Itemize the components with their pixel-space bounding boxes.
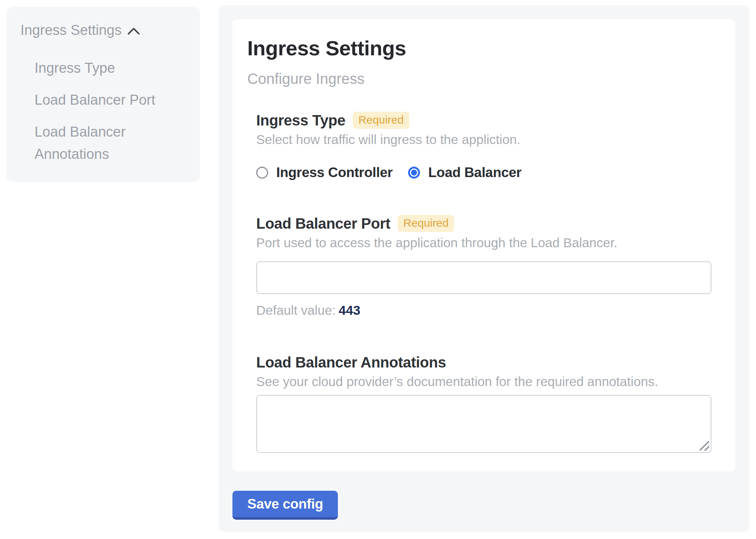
ingress-type-radio-group: Ingress Controller Load Balancer <box>256 165 711 180</box>
save-config-button[interactable]: Save config <box>232 491 338 520</box>
section-title: Load Balancer Port <box>256 215 390 232</box>
radio-option-load-balancer[interactable]: Load Balancer <box>408 165 521 180</box>
chevron-up-icon <box>127 27 140 35</box>
sidebar-item-load-balancer-annotations[interactable]: Load Balancer Annotations <box>35 121 185 165</box>
page-subtitle: Configure Ingress <box>247 70 711 88</box>
sidebar-item-load-balancer-port[interactable]: Load Balancer Port <box>35 89 185 111</box>
sidebar-item-ingress-settings[interactable]: Ingress Settings <box>20 22 185 38</box>
section-title: Ingress Type <box>256 111 345 129</box>
sidebar-sub-items: Ingress Type Load Balancer Port Load Bal… <box>20 57 185 165</box>
default-value-label: Default value: <box>256 303 336 317</box>
settings-sidebar: Ingress Settings Ingress Type Load Balan… <box>7 7 200 182</box>
section-description: See your cloud provider’s documentation … <box>256 373 711 390</box>
radio-selected-icon[interactable] <box>408 167 420 179</box>
settings-panel: Ingress Settings Configure Ingress Ingre… <box>218 5 749 532</box>
section-title: Load Balancer Annotations <box>256 353 446 371</box>
section-load-balancer-annotations: Load Balancer Annotations See your cloud… <box>256 353 711 453</box>
default-value-line: Default value:443 <box>256 302 711 318</box>
section-description: Select how traffic will ingress to the a… <box>256 131 711 148</box>
section-description: Port used to access the application thro… <box>256 235 711 251</box>
section-ingress-type: Ingress Type Required Select how traffic… <box>256 111 711 180</box>
radio-label: Ingress Controller <box>276 165 392 180</box>
radio-option-ingress-controller[interactable]: Ingress Controller <box>256 165 392 180</box>
load-balancer-port-input[interactable] <box>256 261 711 294</box>
sidebar-section-label: Ingress Settings <box>20 22 121 38</box>
ingress-settings-card: Ingress Settings Configure Ingress Ingre… <box>232 19 735 471</box>
radio-label: Load Balancer <box>428 165 521 180</box>
required-badge: Required <box>353 112 409 129</box>
load-balancer-annotations-textarea[interactable] <box>256 395 711 453</box>
page-title: Ingress Settings <box>247 36 711 60</box>
required-badge: Required <box>398 215 454 232</box>
section-load-balancer-port: Load Balancer Port Required Port used to… <box>256 215 711 318</box>
radio-unselected-icon[interactable] <box>256 167 268 179</box>
default-value: 443 <box>339 303 360 317</box>
sidebar-item-ingress-type[interactable]: Ingress Type <box>35 57 185 79</box>
